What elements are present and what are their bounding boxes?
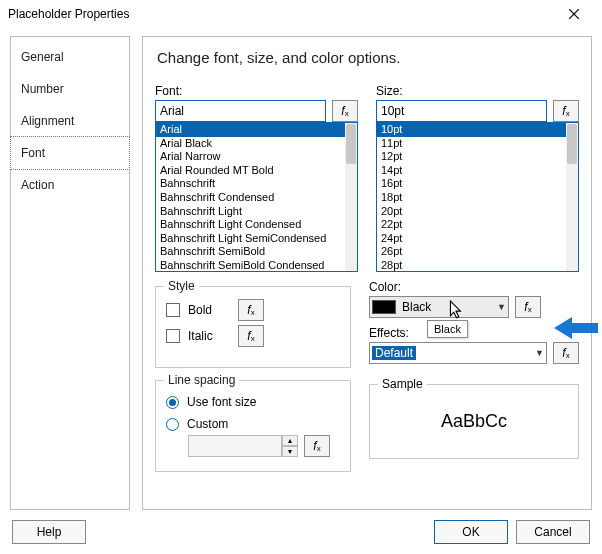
sample-legend: Sample xyxy=(378,377,427,391)
size-option[interactable]: 28pt xyxy=(377,259,566,271)
font-option[interactable]: Arial Narrow xyxy=(156,150,345,164)
mouse-cursor-icon xyxy=(449,300,463,320)
effects-value: Default xyxy=(372,346,416,360)
custom-spacing-spinner[interactable]: ▲▼ xyxy=(188,435,298,457)
sidebar-item-alignment[interactable]: Alignment xyxy=(11,105,129,137)
font-listbox[interactable]: Arial Arial Black Arial Narrow Arial Rou… xyxy=(155,122,358,272)
linespacing-legend: Line spacing xyxy=(164,373,239,387)
ok-button[interactable]: OK xyxy=(434,520,508,544)
font-option[interactable]: Bahnschrift SemiBold xyxy=(156,245,345,259)
custom-radio[interactable] xyxy=(166,418,179,431)
cancel-button[interactable]: Cancel xyxy=(516,520,590,544)
sample-text: AaBbCc xyxy=(441,411,507,432)
color-tooltip: Black xyxy=(427,320,468,338)
help-button[interactable]: Help xyxy=(12,520,86,544)
sidebar-item-font[interactable]: Font xyxy=(10,136,130,170)
size-listbox[interactable]: 10pt 11pt 12pt 14pt 16pt 18pt 20pt 22pt … xyxy=(376,122,579,272)
category-sidebar: General Number Alignment Font Action xyxy=(10,36,130,510)
spinner-down-icon[interactable]: ▼ xyxy=(282,446,298,457)
sidebar-item-number[interactable]: Number xyxy=(11,73,129,105)
style-group: Style Bold fx Italic fx xyxy=(155,286,351,368)
italic-label: Italic xyxy=(188,329,230,343)
sample-group: Sample AaBbCc xyxy=(369,384,579,459)
linespacing-group: Line spacing Use font size Custom ▲▼ xyxy=(155,380,351,472)
font-option[interactable]: Bahnschrift Condensed xyxy=(156,191,345,205)
color-value: Black xyxy=(402,300,431,314)
size-option[interactable]: 26pt xyxy=(377,245,566,259)
custom-label: Custom xyxy=(187,417,228,431)
size-option[interactable]: 10pt xyxy=(377,123,566,137)
size-option[interactable]: 11pt xyxy=(377,137,566,151)
color-swatch xyxy=(372,300,396,314)
font-list-scrollbar[interactable] xyxy=(345,123,357,271)
spinner-up-icon[interactable]: ▲ xyxy=(282,435,298,446)
annotation-arrow-icon xyxy=(554,315,598,341)
italic-checkbox[interactable] xyxy=(166,329,180,343)
font-option[interactable]: Arial Black xyxy=(156,137,345,151)
font-option[interactable]: Bahnschrift Light xyxy=(156,205,345,219)
linespacing-expression-button[interactable]: fx xyxy=(304,435,330,457)
size-option[interactable]: 22pt xyxy=(377,218,566,232)
sidebar-item-action[interactable]: Action xyxy=(11,169,129,201)
bold-checkbox[interactable] xyxy=(166,303,180,317)
font-label: Font: xyxy=(155,84,358,98)
title-bar: Placeholder Properties xyxy=(0,0,602,28)
panel-heading: Change font, size, and color options. xyxy=(157,49,579,66)
dialog-footer: Help OK Cancel xyxy=(0,510,602,554)
font-option[interactable]: Bahnschrift SemiBold Condensed xyxy=(156,259,345,271)
bold-label: Bold xyxy=(188,303,230,317)
window-title: Placeholder Properties xyxy=(8,7,129,21)
close-icon xyxy=(569,9,579,19)
use-font-size-label: Use font size xyxy=(187,395,256,409)
font-option[interactable]: Arial xyxy=(156,123,345,137)
font-option[interactable]: Arial Rounded MT Bold xyxy=(156,164,345,178)
sidebar-item-general[interactable]: General xyxy=(11,41,129,73)
dialog-body: General Number Alignment Font Action Cha… xyxy=(0,28,602,510)
chevron-down-icon: ▼ xyxy=(497,302,506,312)
color-dropdown[interactable]: Black ▼ xyxy=(369,296,509,318)
size-list-scrollbar[interactable] xyxy=(566,123,578,271)
font-panel: Change font, size, and color options. Fo… xyxy=(142,36,592,510)
effects-label: Effects: xyxy=(369,326,579,340)
color-label: Color: xyxy=(369,280,579,294)
use-font-size-radio[interactable] xyxy=(166,396,179,409)
close-button[interactable] xyxy=(554,0,594,28)
style-legend: Style xyxy=(164,279,199,293)
size-option[interactable]: 12pt xyxy=(377,150,566,164)
italic-expression-button[interactable]: fx xyxy=(238,325,264,347)
font-option[interactable]: Bahnschrift xyxy=(156,177,345,191)
color-expression-button[interactable]: fx xyxy=(515,296,541,318)
svg-marker-2 xyxy=(554,317,598,339)
size-expression-button[interactable]: fx xyxy=(553,100,579,122)
bold-expression-button[interactable]: fx xyxy=(238,299,264,321)
font-expression-button[interactable]: fx xyxy=(332,100,358,122)
font-option[interactable]: Bahnschrift Light SemiCondensed xyxy=(156,232,345,246)
font-input[interactable] xyxy=(155,100,326,122)
chevron-down-icon: ▼ xyxy=(535,348,544,358)
font-option[interactable]: Bahnschrift Light Condensed xyxy=(156,218,345,232)
size-option[interactable]: 18pt xyxy=(377,191,566,205)
size-option[interactable]: 14pt xyxy=(377,164,566,178)
size-label: Size: xyxy=(376,84,579,98)
size-option[interactable]: 24pt xyxy=(377,232,566,246)
size-option[interactable]: 20pt xyxy=(377,205,566,219)
size-input[interactable] xyxy=(376,100,547,122)
effects-dropdown[interactable]: Default ▼ xyxy=(369,342,547,364)
effects-expression-button[interactable]: fx xyxy=(553,342,579,364)
size-option[interactable]: 16pt xyxy=(377,177,566,191)
